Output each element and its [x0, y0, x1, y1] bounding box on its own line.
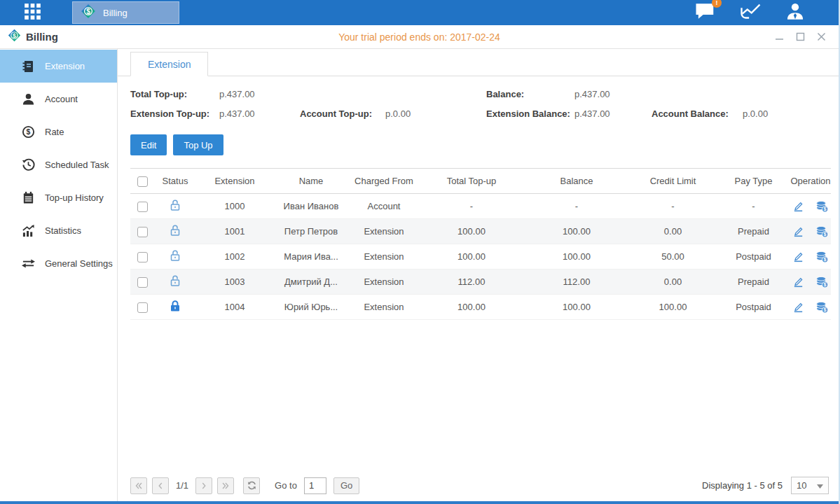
sidebar: Extension Account $ Rate [0, 49, 118, 501]
sidebar-item-label: Scheduled Task [45, 160, 109, 170]
row-checkbox[interactable] [137, 252, 148, 262]
statistics-icon [21, 224, 35, 237]
unlock-icon [169, 224, 181, 237]
status-lock-icon [169, 300, 181, 312]
edit-button[interactable]: Edit [130, 134, 167, 155]
balance-value: p.437.00 [574, 89, 652, 99]
rate-icon: $ [21, 125, 35, 139]
col-name: Name [273, 169, 349, 194]
table-row[interactable]: 1003Дмитрий Д...Extension112.00112.000.0… [130, 270, 831, 295]
edit-row-icon[interactable] [792, 276, 804, 288]
cell-extension: 1000 [196, 194, 273, 219]
edit-row-icon[interactable] [792, 225, 804, 237]
last-page-button[interactable] [217, 477, 234, 494]
cell-total-topup: 100.00 [419, 219, 524, 244]
sidebar-item-label: Top-up History [45, 192, 104, 203]
main-menu-button[interactable] [24, 3, 41, 23]
table-row[interactable]: 1004Юрий Юрь...Extension100.00100.00100.… [130, 295, 831, 320]
topup-row-icon[interactable]: $ [815, 225, 829, 238]
extension-balance-value: p.437.00 [574, 108, 652, 119]
topup-row-icon[interactable]: $ [815, 276, 829, 288]
extension-balance-label: Extension Balance: [486, 108, 574, 119]
account-topup-label: Account Top-up: [300, 108, 385, 119]
row-checkbox[interactable] [137, 202, 148, 212]
notification-badge: ! [712, 0, 722, 8]
extension-topup-value: p.437.00 [219, 108, 300, 119]
table-row[interactable]: 1002Мария Ива...Extension100.00100.0050.… [130, 244, 831, 270]
notifications-button[interactable]: ! [695, 2, 716, 24]
sidebar-item-statistics[interactable]: Statistics [0, 214, 117, 247]
col-pay-type: Pay Type [717, 169, 790, 194]
app-tab-billing[interactable]: $ Billing [72, 1, 179, 24]
edit-row-icon[interactable] [792, 200, 804, 212]
lock-icon [169, 300, 181, 312]
row-checkbox[interactable] [137, 302, 148, 313]
line-chart-icon [740, 2, 762, 23]
prev-page-button[interactable] [152, 477, 169, 494]
maximize-icon[interactable] [796, 32, 805, 41]
goto-page-input[interactable] [304, 477, 326, 494]
edit-row-icon[interactable] [792, 251, 804, 262]
cell-total-topup: - [419, 194, 524, 219]
col-balance: Balance [524, 169, 629, 194]
first-page-button[interactable] [130, 477, 147, 494]
cell-credit-limit: 100.00 [629, 295, 717, 320]
topup-row-icon[interactable]: $ [815, 200, 829, 213]
sidebar-item-topup-history[interactable]: Top-up History [0, 181, 117, 214]
top-up-button[interactable]: Top Up [173, 134, 223, 155]
main-content: Extension Total Top-up: p.437.00 Balance… [118, 49, 839, 501]
sidebar-item-label: General Settings [45, 258, 113, 269]
unlock-icon [169, 199, 181, 211]
select-all-checkbox[interactable] [137, 176, 148, 187]
topup-row-icon[interactable]: $ [815, 301, 829, 314]
status-lock-icon [169, 199, 181, 211]
page-size-select[interactable]: 10 [791, 477, 829, 494]
page-size-value: 10 [797, 480, 806, 491]
sidebar-item-label: Rate [45, 127, 64, 137]
content-tab-bar: Extension [118, 51, 839, 76]
cell-name: Мария Ива... [273, 244, 349, 270]
sidebar-item-account[interactable]: Account [0, 83, 117, 115]
sidebar-item-rate[interactable]: $ Rate [0, 115, 117, 148]
resource-monitor-button[interactable] [740, 2, 762, 23]
sidebar-item-extension[interactable]: Extension [0, 50, 117, 83]
user-account-button[interactable] [785, 2, 805, 23]
sidebar-item-general-settings[interactable]: General Settings [0, 247, 117, 280]
cell-balance: - [524, 194, 629, 219]
cell-credit-limit: - [629, 194, 717, 219]
goto-label: Go to [275, 480, 297, 491]
cell-pay-type: Prepaid [717, 270, 790, 295]
row-checkbox[interactable] [137, 227, 148, 237]
cell-pay-type: Prepaid [717, 219, 790, 244]
minimize-icon[interactable] [775, 32, 784, 41]
next-page-button[interactable] [195, 477, 212, 494]
cell-credit-limit: 0.00 [629, 270, 717, 295]
tab-extension[interactable]: Extension [130, 52, 208, 76]
scheduled-task-icon [21, 158, 35, 172]
topup-row-icon[interactable]: $ [815, 251, 829, 263]
col-charged-from: Charged From [349, 169, 419, 194]
top-app-bar: $ Billing ! [0, 0, 839, 25]
status-lock-icon [169, 274, 181, 287]
row-checkbox[interactable] [137, 277, 148, 288]
status-lock-icon [169, 224, 181, 237]
cell-total-topup: 112.00 [419, 270, 524, 295]
go-button[interactable]: Go [333, 477, 359, 494]
sidebar-item-scheduled-task[interactable]: Scheduled Task [0, 148, 117, 181]
edit-row-icon[interactable] [792, 301, 804, 313]
balance-summary: Total Top-up: p.437.00 Balance: p.437.00… [130, 89, 839, 119]
close-icon[interactable] [817, 32, 826, 41]
account-balance-label: Account Balance: [652, 108, 743, 119]
chevron-down-icon [817, 480, 823, 491]
user-icon [785, 2, 805, 23]
table-header-row: Status Extension Name Charged From Total… [130, 169, 831, 194]
cell-charged-from: Extension [349, 270, 419, 295]
cell-name: Дмитрий Д... [273, 270, 349, 295]
svg-text:$: $ [824, 206, 827, 212]
refresh-button[interactable] [243, 477, 260, 494]
cell-balance: 112.00 [524, 270, 629, 295]
extension-table: Status Extension Name Charged From Total… [130, 168, 829, 320]
table-row[interactable]: 1001Петр ПетровExtension100.00100.000.00… [130, 219, 831, 244]
total-topup-label: Total Top-up: [130, 89, 219, 99]
table-row[interactable]: 1000Иван ИвановAccount----$ [130, 194, 831, 219]
